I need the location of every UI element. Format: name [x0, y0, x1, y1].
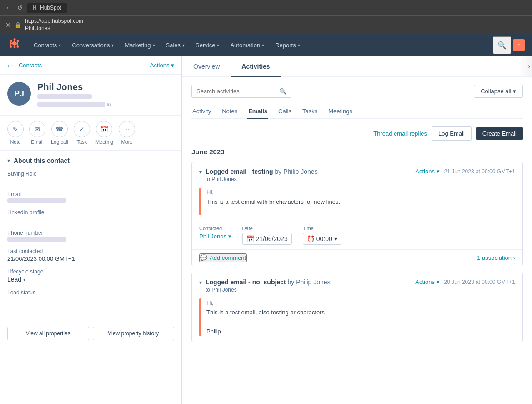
- search-row: 🔍 Collapse all ▾: [191, 85, 523, 98]
- view-property-history-button[interactable]: View property history: [93, 327, 175, 340]
- email-card-1: ▾ Logged email - testing by Philip Jones…: [191, 162, 523, 266]
- filter-tab-emails[interactable]: Emails: [247, 104, 268, 119]
- search-box[interactable]: 🔍: [191, 85, 291, 98]
- tab-activities[interactable]: Activities: [231, 56, 281, 77]
- view-all-properties-button[interactable]: View all properties: [7, 327, 89, 340]
- search-icon: 🔍: [279, 88, 286, 95]
- filter-tab-notes[interactable]: Notes: [221, 104, 238, 119]
- email-1-fields: Contacted Phil Jones ▾ Date 📅 21/06/2023: [192, 221, 522, 249]
- phone-field: Phone number: [7, 230, 174, 242]
- email-1-left-indicator: [199, 188, 201, 215]
- sidebar-header: ‹ ← Contacts Actions ▾: [0, 56, 181, 75]
- content-area: Overview Activities › 🔍 Collapse all ▾: [182, 56, 532, 404]
- email-1-expand-icon[interactable]: ▾: [199, 169, 202, 175]
- buying-role-value: [7, 178, 174, 185]
- email-2-subject-bold: Logged email - no_subject: [206, 278, 286, 286]
- linkedin-field: LinkedIn profile: [7, 209, 174, 223]
- email-1-footer: 💬 Add comment 1 association ›: [192, 249, 522, 266]
- add-comment-label: Add comment: [210, 254, 246, 261]
- buying-role-label: Buying Role: [7, 171, 174, 177]
- note-action[interactable]: ✎ Note: [7, 121, 24, 145]
- email-1-contacted-value[interactable]: Phil Jones ▾: [199, 233, 231, 240]
- create-email-button[interactable]: Create Email: [476, 127, 523, 140]
- filter-tab-tasks[interactable]: Tasks: [301, 104, 318, 119]
- sidebar-actions-button[interactable]: Actions ▾: [150, 62, 174, 69]
- filter-tab-meetings[interactable]: Meetings: [327, 104, 353, 119]
- email-2-expand-icon[interactable]: ▾: [199, 279, 202, 286]
- collapse-all-button[interactable]: Collapse all ▾: [474, 85, 523, 98]
- email-1-content: Hi,This is a test email with br characte…: [206, 188, 515, 215]
- nav-item-sales[interactable]: Sales ▾: [161, 38, 190, 52]
- nav-item-reports[interactable]: Reports ▾: [271, 38, 305, 52]
- back-arrow-icon: ‹: [7, 62, 9, 69]
- email-1-body-text: Hi,This is a test email with br characte…: [206, 188, 515, 207]
- filter-tab-calls[interactable]: Calls: [277, 104, 292, 119]
- search-input[interactable]: [196, 88, 276, 95]
- upgrade-button[interactable]: ↑: [513, 39, 525, 51]
- add-comment-button[interactable]: 💬 Add comment: [199, 253, 247, 262]
- lifecycle-stage-label: Lifecycle stage: [7, 268, 174, 275]
- log-call-label: Log call: [51, 139, 68, 145]
- email-action[interactable]: ✉ Email: [29, 121, 45, 145]
- contacts-back-link[interactable]: ‹ ← Contacts: [7, 62, 42, 69]
- linkedin-value: [7, 217, 174, 223]
- email-1-time-field: Time ⏰ 00:00 ▾: [303, 226, 341, 245]
- lifecycle-value: Lead ▾: [7, 276, 174, 283]
- email-label: Email: [31, 139, 44, 145]
- meeting-action[interactable]: 📅 Meeting: [95, 121, 113, 145]
- hubspot-logo: [7, 37, 20, 53]
- sidebar: ‹ ← Contacts Actions ▾ PJ Phil Jones ⧉: [0, 56, 182, 404]
- nav-item-marketing[interactable]: Marketing ▾: [120, 38, 159, 52]
- email-1-date-value[interactable]: 📅 21/06/2023: [242, 233, 292, 245]
- activities-area: 🔍 Collapse all ▾ Activity Notes Emails C…: [182, 77, 532, 356]
- scroll-right-icon: ›: [528, 62, 530, 71]
- action-icons-row: ✎ Note ✉ Email ☎ Log call ✓ Task 📅 Meeti…: [0, 116, 181, 151]
- email-actions-row: Thread email replies Log Email Create Em…: [191, 126, 523, 141]
- email-card-1-title: ▾ Logged email - testing by Philip Jones…: [199, 168, 415, 182]
- email-2-actions-button[interactable]: Actions ▾: [415, 278, 439, 285]
- address-close-button[interactable]: ✕: [5, 21, 11, 29]
- log-call-action[interactable]: ☎ Log call: [51, 121, 68, 145]
- email-2-meta: Actions ▾ 20 Jun 2023 at 00:00 GMT+1: [415, 278, 515, 285]
- task-action[interactable]: ✓ Task: [74, 121, 90, 145]
- log-email-button[interactable]: Log Email: [432, 126, 472, 141]
- email-field: Email: [7, 191, 174, 203]
- clock-icon: ⏰: [307, 235, 315, 242]
- contact-name: Phil Jones: [37, 82, 174, 92]
- email-1-time-value[interactable]: ⏰ 00:00 ▾: [303, 233, 341, 245]
- nav-item-automation[interactable]: Automation ▾: [226, 38, 269, 52]
- about-title: About this contact: [14, 157, 70, 164]
- copy-icon[interactable]: ⧉: [107, 101, 111, 108]
- meeting-label: Meeting: [95, 139, 113, 145]
- email-2-date: 20 Jun 2023 at 00:00 GMT+1: [444, 279, 515, 285]
- email-1-actions-button[interactable]: Actions ▾: [415, 168, 439, 175]
- lifecycle-dropdown-icon[interactable]: ▾: [23, 277, 25, 282]
- nav-item-conversations[interactable]: Conversations ▾: [67, 38, 118, 52]
- top-nav: Contacts ▾ Conversations ▾ Marketing ▾ S…: [0, 34, 532, 56]
- task-icon: ✓: [74, 121, 90, 137]
- last-contacted-label: Last contacted: [7, 248, 174, 254]
- association-button[interactable]: 1 association ›: [477, 254, 515, 261]
- nav-item-service[interactable]: Service ▾: [191, 38, 224, 52]
- about-section: ▾ About this contact Buying Role Email L…: [0, 151, 181, 316]
- calendar-icon: 📅: [246, 235, 254, 242]
- automation-chevron-icon: ▾: [262, 43, 264, 48]
- conversations-chevron-icon: ▾: [111, 43, 114, 48]
- email-1-date-field: Date 📅 21/06/2023: [242, 226, 292, 245]
- tab-overview[interactable]: Overview: [182, 56, 231, 77]
- about-header[interactable]: ▾ About this contact: [7, 157, 174, 164]
- global-search-button[interactable]: 🔍: [493, 36, 511, 54]
- email-card-2-body: Hi,This is a test email, also testing br…: [192, 298, 522, 342]
- nav-item-contacts[interactable]: Contacts ▾: [29, 38, 65, 52]
- reload-button[interactable]: ↺: [17, 4, 23, 11]
- email-2-body-text: Hi,This is a test email, also testing br…: [206, 298, 515, 336]
- filter-tab-activity[interactable]: Activity: [191, 104, 212, 119]
- phone-value: [7, 237, 66, 242]
- email-1-subject-by: by Philip Jones: [275, 168, 317, 175]
- thread-email-replies-link[interactable]: Thread email replies: [373, 130, 427, 137]
- back-button[interactable]: ←: [5, 4, 13, 12]
- email-1-date-label: Date: [242, 226, 292, 231]
- address-bar-row: ✕ 🔒 https://app.hubspot.com Phil Jones: [0, 15, 532, 34]
- email-2-subject-line: Logged email - no_subject by Philip Jone…: [206, 278, 331, 286]
- more-action[interactable]: ··· More: [119, 121, 135, 145]
